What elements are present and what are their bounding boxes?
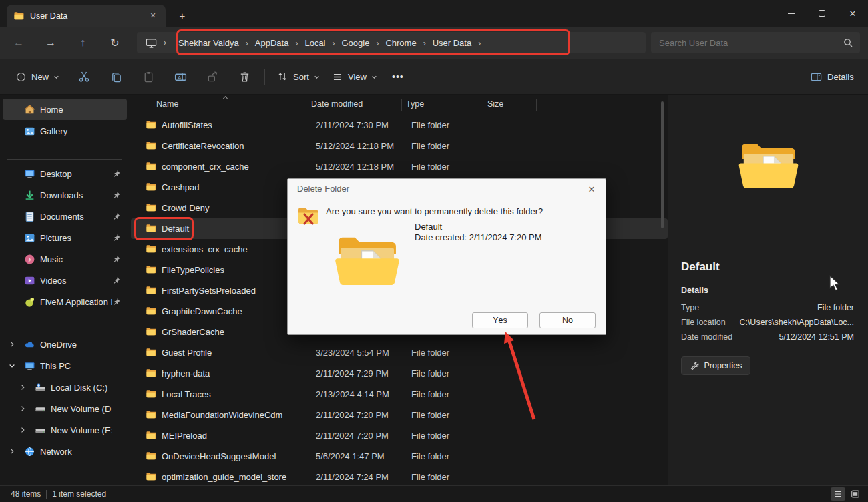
sidebar-item-network[interactable]: Network <box>3 441 127 462</box>
details-section-label: Details <box>681 286 708 295</box>
close-button[interactable]: ✕ <box>837 0 868 27</box>
breadcrumb-chevron-icon: › <box>245 39 249 48</box>
sidebar-item-videos[interactable]: Videos <box>3 270 127 291</box>
sort-button[interactable]: Sort <box>270 66 326 87</box>
table-row-component-crx-cache[interactable]: component_crx_cache5/12/2024 12:18 PMFil… <box>131 156 668 177</box>
file-type: File folder <box>411 410 449 420</box>
file-name: Guest Profile <box>162 348 212 358</box>
tab-close-icon[interactable]: ✕ <box>147 10 159 22</box>
table-row-hyphen-data[interactable]: hyphen-data2/11/2024 7:29 PMFile folder <box>131 363 668 384</box>
documents-icon <box>24 211 35 222</box>
minimize-button[interactable] <box>776 0 807 27</box>
table-row-mediafoundationwidevinecdm[interactable]: MediaFoundationWidevineCdm2/11/2024 7:20… <box>131 405 668 425</box>
chevron-down-icon[interactable] <box>8 362 17 370</box>
chevron-right-icon[interactable] <box>8 340 17 348</box>
sidebar-item-pictures[interactable]: Pictures <box>3 227 127 248</box>
refresh-button[interactable]: ↻ <box>104 33 126 53</box>
delete-button[interactable] <box>236 69 252 85</box>
table-row-certificaterevocation[interactable]: CertificateRevocation5/12/2024 12:18 PMF… <box>131 136 668 156</box>
paste-button[interactable] <box>140 69 156 85</box>
table-row-meipreload[interactable]: MEIPreload2/11/2024 7:20 PMFile folder <box>131 425 668 446</box>
chevron-right-icon[interactable] <box>19 426 28 434</box>
share-button[interactable] <box>204 69 220 85</box>
details-pane-toggle[interactable]: Details <box>804 66 860 87</box>
forward-button[interactable]: → <box>40 33 61 53</box>
search-input[interactable] <box>651 38 843 48</box>
file-name: extensions_crx_cache <box>162 244 248 254</box>
sidebar-item-local-disk-c[interactable]: Local Disk (C:) <box>3 376 127 398</box>
sidebar-item-label: Desktop <box>40 169 112 179</box>
no-button[interactable]: No <box>539 312 596 328</box>
pin-icon <box>112 276 122 285</box>
cut-button[interactable] <box>76 69 92 85</box>
explorer-tab[interactable]: User Data ✕ <box>7 5 166 27</box>
sidebar-item-onedrive[interactable]: OneDrive <box>3 334 127 355</box>
table-row-autofillstates[interactable]: AutofillStates2/11/2024 7:30 PMFile fold… <box>131 115 668 136</box>
view-button[interactable]: View <box>326 66 383 87</box>
sidebar-item-documents[interactable]: Documents <box>3 206 127 227</box>
file-name: MEIPreload <box>162 431 207 441</box>
address-bar[interactable]: › Shekhar Vaidya›AppData›Local›Google›Ch… <box>137 32 646 53</box>
sidebar-item-new-volume-e[interactable]: New Volume (E:) <box>3 419 127 441</box>
column-header-name[interactable]: Name <box>156 99 178 109</box>
column-header-date-modified[interactable]: Date modified <box>311 99 363 109</box>
vertical-scrollbar[interactable] <box>661 101 664 228</box>
sidebar-item-home[interactable]: Home <box>3 99 127 120</box>
breadcrumb-item-shekhar-vaidya[interactable]: Shekhar Vaidya <box>172 35 245 51</box>
dialog-item-name: Default <box>415 222 442 232</box>
breadcrumb-item-appdata[interactable]: AppData <box>249 35 295 51</box>
folder-open-icon <box>333 234 402 289</box>
new-button[interactable]: New <box>9 66 65 87</box>
details-label: Type <box>681 303 699 312</box>
file-name: FileTypePolicies <box>162 265 224 275</box>
back-button[interactable]: ← <box>8 33 29 53</box>
breadcrumb: Shekhar Vaidya›AppData›Local›Google›Chro… <box>172 38 481 48</box>
location-device-chip[interactable]: › <box>137 37 172 49</box>
dialog-close-icon[interactable]: ✕ <box>586 183 598 195</box>
breadcrumb-item-user-data[interactable]: User Data <box>427 35 478 51</box>
up-button[interactable]: ↑ <box>72 33 93 53</box>
videos-icon <box>24 275 35 286</box>
table-row-guest-profile[interactable]: Guest Profile3/23/2024 5:54 PMFile folde… <box>131 342 668 363</box>
sidebar-item-this-pc[interactable]: This PC <box>3 355 127 376</box>
breadcrumb-item-google[interactable]: Google <box>336 35 376 51</box>
table-row-ondeviceheadsuggestmodel[interactable]: OnDeviceHeadSuggestModel5/6/2024 1:47 PM… <box>131 446 668 467</box>
file-type: File folder <box>411 431 449 441</box>
details-title: Default <box>681 260 720 274</box>
file-type: File folder <box>411 451 449 461</box>
sidebar-item-music[interactable]: ♪Music <box>3 248 127 270</box>
new-tab-button[interactable]: + <box>175 8 190 23</box>
sidebar-item-desktop[interactable]: Desktop <box>3 163 127 184</box>
yes-button[interactable]: Yes <box>472 312 528 328</box>
sidebar-item-fivem-application-dat[interactable]: FiveM Application Dat <box>3 291 127 312</box>
details-view-button[interactable] <box>831 487 845 501</box>
sidebar-item-new-volume-d[interactable]: New Volume (D:) <box>3 398 127 419</box>
chevron-right-icon[interactable] <box>19 405 28 413</box>
maximize-button[interactable] <box>807 0 837 27</box>
column-header-size[interactable]: Size <box>487 99 503 109</box>
folder-icon <box>13 11 24 21</box>
rename-button[interactable]: A <box>172 69 188 85</box>
file-name: MediaFoundationWidevineCdm <box>162 410 282 420</box>
search-box[interactable] <box>651 32 860 53</box>
properties-button[interactable]: Properties <box>681 356 750 375</box>
breadcrumb-item-chrome[interactable]: Chrome <box>379 35 422 51</box>
file-date-modified: 5/12/2024 12:18 PM <box>316 141 394 151</box>
breadcrumb-item-local[interactable]: Local <box>298 35 331 51</box>
details-label: Date modified <box>681 332 732 342</box>
tab-title: User Data <box>30 11 141 21</box>
sidebar-item-label: Home <box>40 105 112 115</box>
large-icons-view-button[interactable] <box>848 487 863 501</box>
column-header-type[interactable]: Type <box>406 99 424 109</box>
table-row-optimization-guide-model-store[interactable]: optimization_guide_model_store2/11/2024 … <box>131 467 668 485</box>
sidebar-item-downloads[interactable]: Downloads <box>3 184 127 206</box>
more-options-button[interactable]: ••• <box>386 66 410 87</box>
navigation-bar: ← → ↑ ↻ › Shekhar Vaidya›AppData›Local›G… <box>0 27 868 59</box>
search-icon[interactable] <box>843 37 860 48</box>
chevron-right-icon[interactable] <box>19 383 28 391</box>
chevron-right-icon[interactable] <box>8 447 17 455</box>
copy-button[interactable] <box>108 69 124 85</box>
table-row-local-traces[interactable]: Local Traces2/13/2024 4:14 PMFile folder <box>131 384 668 405</box>
navigation-sidebar: HomeGalleryDesktopDownloadsDocumentsPict… <box>0 95 130 485</box>
sidebar-item-gallery[interactable]: Gallery <box>3 120 127 142</box>
